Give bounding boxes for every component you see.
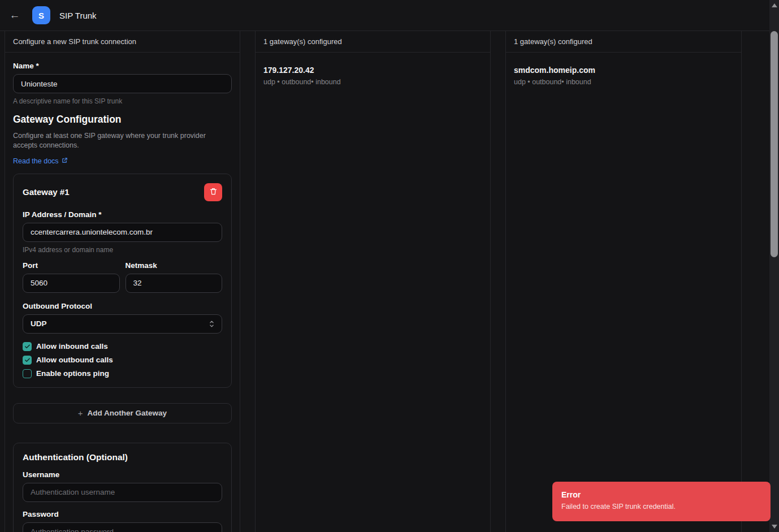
ip-help-text: IPv4 address or domain name [23, 246, 222, 254]
netmask-label: Netmask [125, 261, 223, 270]
gateway-list-item[interactable]: smdcom.homeip.com udp • outbound• inboun… [506, 53, 741, 99]
gateway-list-panel-2: 1 gateway(s) configured smdcom.homeip.co… [505, 31, 742, 532]
protocol-selected-value: UDP [31, 319, 47, 328]
protocol-select[interactable]: UDP [23, 314, 222, 334]
form-panel-header: Configure a new SIP trunk connection [5, 31, 240, 53]
checkbox-label: Allow outbound calls [36, 356, 113, 364]
vertical-scrollbar[interactable] [769, 0, 779, 532]
top-bar: ← S SIP Trunk [0, 0, 769, 31]
ip-input[interactable] [23, 223, 222, 242]
checkbox-row-allow-inbound[interactable]: Allow inbound calls [23, 342, 222, 351]
checkbox-label: Enable options ping [36, 369, 109, 378]
gateway-count-header: 1 gateway(s) configured [506, 31, 741, 53]
add-another-gateway-button[interactable]: + Add Another Gateway [13, 403, 232, 423]
authentication-card: Authentication (Optional) Username Passw… [13, 443, 232, 532]
gateway-card-title: Gateway #1 [23, 187, 70, 197]
checkbox-label: Allow inbound calls [36, 342, 108, 351]
password-label: Password [23, 510, 222, 518]
read-docs-label: Read the docs [13, 157, 59, 165]
name-label: Name * [13, 62, 232, 70]
delete-gateway-button[interactable] [204, 183, 222, 201]
scrollbar-up-arrow-icon[interactable] [772, 3, 777, 7]
scrollbar-thumb[interactable] [771, 31, 778, 257]
checkbox-icon[interactable] [23, 369, 32, 378]
chevron-up-down-icon [208, 319, 215, 328]
gateway-count-header: 1 gateway(s) configured [256, 31, 490, 53]
port-input[interactable] [23, 274, 120, 293]
trash-icon [209, 187, 218, 197]
netmask-input[interactable] [125, 274, 223, 293]
error-toast[interactable]: Error Failed to create SIP trunk credent… [552, 482, 771, 521]
checkbox-row-allow-outbound[interactable]: Allow outbound calls [23, 356, 222, 365]
name-help-text: A descriptive name for this SIP trunk [13, 97, 232, 105]
page-title: SIP Trunk [59, 11, 97, 20]
toast-message: Failed to create SIP trunk credential. [561, 503, 761, 511]
ip-label: IP Address / Domain * [23, 210, 222, 219]
gateway-name: 179.127.20.42 [263, 66, 482, 75]
gateway-list-panel-1: 1 gateway(s) configured 179.127.20.42 ud… [255, 31, 491, 532]
protocol-label: Outbound Protocol [23, 302, 222, 310]
plus-icon: + [78, 408, 83, 418]
gateway-list-item[interactable]: 179.127.20.42 udp • outbound• inbound [256, 53, 490, 99]
username-label: Username [23, 470, 222, 479]
trunk-form-panel: Configure a new SIP trunk connection Nam… [5, 31, 240, 532]
checkbox-row-options-ping[interactable]: Enable options ping [23, 369, 222, 378]
scrollbar-down-arrow-icon[interactable] [772, 525, 777, 529]
toast-title: Error [561, 490, 761, 499]
port-label: Port [23, 261, 120, 270]
checkbox-icon[interactable] [23, 342, 32, 351]
gateway-meta: udp • outbound• inbound [263, 78, 482, 86]
gateway-card: Gateway #1 IP Address / Domain * IPv4 ad… [13, 174, 232, 388]
gateway-name: smdcom.homeip.com [514, 66, 733, 75]
gateway-section-description: Configure at least one SIP gateway where… [13, 131, 223, 150]
gateway-meta: udp • outbound• inbound [514, 78, 733, 86]
gateway-section-title: Gateway Configuration [13, 114, 232, 126]
back-arrow-icon: ← [10, 9, 20, 21]
app-logo: S [32, 6, 50, 24]
form-panel-body: Name * A descriptive name for this SIP t… [5, 53, 240, 532]
password-input[interactable] [23, 522, 222, 532]
auth-card-title: Authentication (Optional) [23, 452, 222, 462]
name-input[interactable] [13, 74, 232, 93]
username-input[interactable] [23, 483, 222, 502]
add-gateway-label: Add Another Gateway [88, 409, 167, 417]
checkbox-icon[interactable] [23, 356, 32, 365]
app-logo-letter: S [38, 11, 44, 20]
back-button[interactable]: ← [8, 8, 21, 22]
external-link-icon [62, 157, 68, 165]
read-docs-link[interactable]: Read the docs [13, 157, 68, 165]
